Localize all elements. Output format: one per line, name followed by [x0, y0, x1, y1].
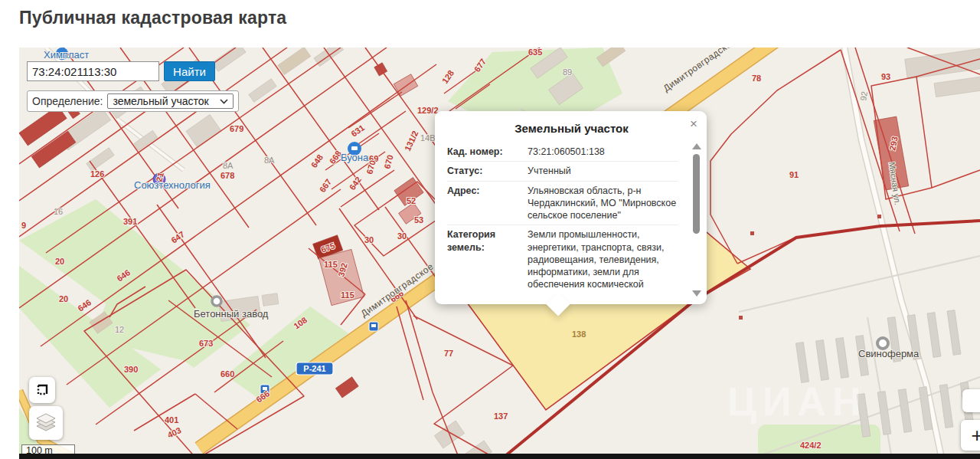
map-label: Химпласт	[44, 49, 89, 61]
map-label: 14В	[420, 133, 436, 143]
popup-scrollbar[interactable]	[691, 143, 702, 297]
map-label: 78	[752, 74, 761, 83]
definition-control: Определение: земельный участок	[27, 90, 239, 112]
scroll-up-icon[interactable]	[692, 143, 701, 149]
map-label: 20	[55, 257, 64, 266]
svg-text:Р-241: Р-241	[303, 364, 325, 373]
map-label: Свиноферма	[858, 348, 920, 359]
search-button[interactable]: Найти	[164, 61, 215, 81]
poi-marker-svinoferma	[877, 338, 888, 349]
map-label: 115	[341, 290, 354, 300]
scrollbar-thumb[interactable]	[693, 154, 700, 234]
map-label: 678	[220, 171, 234, 180]
chevron-down-icon	[220, 99, 228, 104]
layers-icon	[34, 412, 57, 434]
close-icon[interactable]: ×	[690, 117, 697, 130]
map-label: 52	[407, 196, 416, 205]
map-label: 8А	[264, 156, 275, 165]
field-cad-number: Кад. номер: 73:21:060501:138	[447, 143, 678, 162]
map-label: 660	[220, 369, 234, 379]
page-title: Публичная кадастровая карта	[19, 8, 286, 28]
map-label: 8А	[223, 161, 234, 170]
map-label: Союзтехнология	[134, 179, 211, 191]
map-label: 129/2	[417, 106, 439, 115]
map-label: 679	[230, 124, 243, 133]
map-label: 30	[364, 235, 374, 244]
road-shield: Р-241	[296, 362, 333, 375]
map-container[interactable]: ЦИАН Р-241 1269163912020646646647679678	[19, 48, 980, 459]
map-label: 91	[789, 170, 799, 179]
definition-selected-value: земельный участок	[113, 95, 208, 107]
map-label: 53	[414, 215, 423, 225]
search-input[interactable]	[27, 61, 159, 81]
map-label: 9	[21, 221, 26, 230]
map-label: Буона	[341, 152, 369, 163]
partial-right-button[interactable]	[962, 389, 980, 412]
map-label: 12	[115, 325, 124, 334]
map-label: 390	[124, 365, 138, 374]
cadastral-map-page: Публичная кадастровая карта	[0, 0, 980, 459]
map-label: 89	[563, 67, 572, 77]
map-label: Бетонный завод	[194, 308, 269, 320]
map-label: 93	[881, 72, 890, 81]
watermark: ЦИАН	[727, 379, 867, 424]
poi-marker-beton-zavod	[212, 297, 221, 306]
popup-fields: Кад. номер: 73:21:060501:138 Статус: Учт…	[447, 143, 696, 293]
map-label: 401	[165, 415, 178, 425]
scroll-down-icon[interactable]	[692, 290, 701, 297]
zoom-in-button[interactable]: +	[961, 420, 980, 451]
extent-tool-button[interactable]	[29, 377, 55, 403]
map-label: 635	[528, 48, 542, 57]
map-label: 30	[397, 231, 407, 241]
definition-select[interactable]: земельный участок	[107, 93, 233, 109]
map-label: 126	[90, 169, 104, 179]
map-label: 115	[324, 260, 338, 269]
map-label: 20	[59, 294, 68, 303]
field-status: Статус: Учтенный	[447, 162, 678, 181]
map-label: 16	[54, 207, 63, 216]
parcel-info-popup: × Земельный участок Кад. номер: 73:21:06…	[435, 111, 707, 304]
map-label: 77	[444, 349, 453, 358]
definition-label: Определение:	[32, 95, 103, 107]
bottom-black-bar	[19, 454, 980, 459]
map-label: 138	[572, 329, 586, 339]
map-label: 391	[123, 217, 137, 226]
layers-button[interactable]	[29, 406, 63, 440]
extent-icon	[35, 383, 49, 397]
field-land-category: Категория земель: Земли промышленности, …	[447, 225, 678, 293]
map-label: 92	[858, 90, 869, 101]
map-label: 673	[199, 339, 213, 348]
map-label: 137	[494, 411, 508, 421]
field-address: Адрес: Ульяновская область, р-н Чердакли…	[447, 182, 678, 226]
map-label: 424/2	[800, 441, 822, 450]
popup-title: Земельный участок	[447, 122, 696, 135]
